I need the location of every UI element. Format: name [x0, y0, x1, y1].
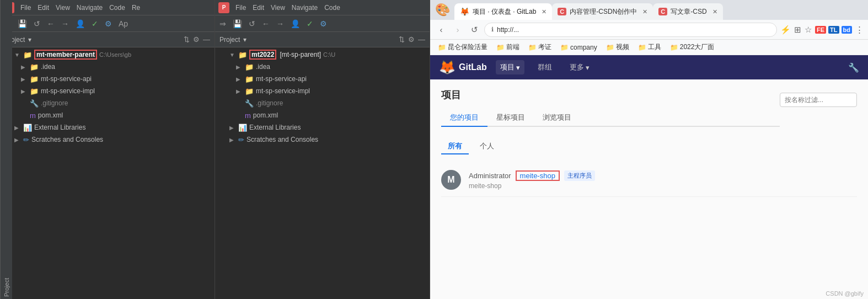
- ide1-menu-view[interactable]: View: [53, 3, 73, 13]
- ide2-tree-git[interactable]: 🔧 .gitignore: [227, 97, 430, 109]
- ide1-header-gear[interactable]: ⚙: [193, 35, 200, 44]
- ide2-toolbar-save[interactable]: 💾: [232, 18, 243, 29]
- ide2-tree-pom[interactable]: m pom.xml: [227, 109, 430, 121]
- ide2-toolbar-forward[interactable]: →: [275, 18, 285, 29]
- ide2-tree-impl[interactable]: ▶ 📁 mt-sp-service-impl: [227, 85, 430, 97]
- ide2-toolbar-sync[interactable]: ↺: [248, 18, 256, 29]
- ide2-project-dropdown[interactable]: ▾: [243, 36, 247, 44]
- tab1-close[interactable]: ✕: [542, 8, 546, 15]
- ide2-tree-api[interactable]: ▶ 📁 mt-sp-service-api: [227, 73, 430, 85]
- bookmark-exam-label: 考证: [538, 42, 551, 52]
- ide1-tree-idea[interactable]: ▶ 📁 .idea: [12, 61, 215, 73]
- ide2-toolbar-back[interactable]: ←: [261, 18, 271, 29]
- gitlab-wrench-icon[interactable]: 🔧: [848, 62, 859, 73]
- gitlab-fox-icon: 🦊: [439, 60, 456, 75]
- ide2-tree-root[interactable]: ▼ 📁 mt2022 [mt-sp-parent] C:\U: [227, 49, 430, 61]
- ide2-tree-idea[interactable]: ▶ 📁 .idea: [227, 61, 430, 73]
- nav-back-button[interactable]: ‹: [435, 23, 448, 36]
- ide2-toolbar-open[interactable]: ⇒: [218, 18, 227, 29]
- tab3-close[interactable]: ✕: [712, 8, 717, 15]
- gitlab-tab-explore[interactable]: 浏览项目: [534, 109, 580, 127]
- bookmark-exam[interactable]: 📁 考证: [525, 41, 555, 53]
- ide1-root-icon: 📁: [23, 51, 32, 59]
- gitlab-scope-all[interactable]: 所有: [441, 139, 469, 154]
- bookmarks-bar: 📁 昆仑保险活量 📁 前端 📁 考证 📁 company 📁 视频 📁 工具 📁…: [430, 40, 868, 55]
- bookmark-kunlun[interactable]: 📁 昆仑保险活量: [435, 41, 491, 53]
- ide1-menu-edit[interactable]: Edit: [35, 3, 52, 13]
- ide1-project-dropdown[interactable]: ▾: [28, 36, 31, 44]
- ide1-tree-pom[interactable]: m pom.xml: [12, 109, 215, 121]
- ide2-logo: P: [218, 2, 229, 13]
- ide2-header-sort[interactable]: ⇅: [399, 35, 405, 44]
- bookmark-frontend[interactable]: 📁 前端: [493, 41, 523, 53]
- fe-extension-icon[interactable]: FE: [815, 26, 826, 34]
- ide1-idea-name: .idea: [41, 63, 55, 71]
- ide2-menu-navigate[interactable]: Navigate: [289, 3, 320, 13]
- bookmark-tools[interactable]: 📁 工具: [635, 41, 665, 53]
- gitlab-filter-input[interactable]: [780, 93, 857, 107]
- ide2-tree-scratches[interactable]: ▶ ✏ Scratches and Consoles: [227, 134, 430, 146]
- star-icon[interactable]: ☆: [805, 25, 812, 35]
- bookmark-frontend-label: 前端: [506, 42, 519, 52]
- gitlab-tab-your-projects[interactable]: 您的项目: [441, 109, 487, 127]
- tab3-favicon: C: [658, 8, 667, 15]
- ide2-tree-ext-lib[interactable]: ▶ 📊 External Libraries: [227, 121, 430, 134]
- ide1-toolbar-config[interactable]: ⚙: [104, 18, 113, 29]
- ide1-toolbar-sync[interactable]: ↺: [33, 18, 41, 29]
- bookmark-kunlun-icon: 📁: [438, 44, 446, 51]
- tab2-title: 内容管理-CSDN创作中: [570, 7, 637, 17]
- ide2-menu-edit[interactable]: Edit: [250, 3, 267, 13]
- gitlab-nav-projects[interactable]: 项目 ▾: [496, 60, 524, 74]
- ide2-header-gear[interactable]: ⚙: [408, 35, 415, 44]
- more-icon[interactable]: ⋮: [855, 25, 864, 35]
- browser-tab-csdn1[interactable]: C 内容管理-CSDN创作中 ✕: [552, 3, 653, 20]
- ide1-toolbar: ⇒ 💾 ↺ ← → 👤 ✓ ⚙ Ap: [0, 15, 215, 32]
- ide1-toolbar-app[interactable]: Ap: [117, 18, 129, 29]
- ide1-header-minus[interactable]: —: [203, 35, 210, 44]
- gitlab-nav-more[interactable]: 更多 ▾: [565, 60, 594, 74]
- ide2-menu-file[interactable]: File: [233, 3, 249, 13]
- ide2-menu-code[interactable]: Code: [322, 3, 343, 13]
- ide1-menu-file[interactable]: File: [18, 3, 34, 13]
- bd-extension-icon[interactable]: bd: [842, 26, 852, 34]
- browser-tab-csdn2[interactable]: C 写文章-CSD ✕: [653, 3, 722, 20]
- ide1-menu-navigate[interactable]: Navigate: [74, 3, 105, 13]
- ide1-header-sort[interactable]: ⇅: [184, 35, 190, 44]
- tl-extension-icon[interactable]: TL: [828, 26, 839, 34]
- ide1-tree-scratches[interactable]: ▶ ✏ Scratches and Consoles: [12, 134, 215, 146]
- ide1-idea-icon: 📁: [30, 63, 39, 71]
- ide1-menu-code[interactable]: Code: [106, 3, 128, 13]
- ide1-toolbar-forward[interactable]: →: [60, 18, 70, 29]
- ide1-toolbar-back[interactable]: ←: [46, 18, 56, 29]
- ide2-toolbar-run[interactable]: ✓: [306, 18, 314, 29]
- gitlab-nav-groups[interactable]: 群组: [533, 60, 556, 74]
- ide2-file-tree: ▼ 📁 mt2022 [mt-sp-parent] C:\U ▶ 📁 .idea…: [215, 47, 430, 299]
- bookmark-video[interactable]: 📁 视频: [603, 41, 633, 53]
- ide1-menubar: P File Edit View Navigate Code Re: [0, 0, 215, 15]
- ide1-menu-re[interactable]: Re: [129, 3, 143, 13]
- ide1-tree-impl[interactable]: ▶ 📁 mt-sp-service-impl: [12, 85, 215, 97]
- tab2-close[interactable]: ✕: [642, 8, 647, 15]
- nav-forward-button[interactable]: ›: [451, 23, 464, 36]
- bookmark-company[interactable]: 📁 company: [557, 42, 601, 52]
- ide2-header-minus[interactable]: —: [418, 35, 425, 44]
- ide2-toolbar-config[interactable]: ⚙: [319, 18, 328, 29]
- address-bar[interactable]: ℹ http://...: [484, 23, 777, 37]
- ide1-toolbar-user[interactable]: 👤: [74, 18, 86, 29]
- nav-refresh-button[interactable]: ↺: [468, 23, 481, 36]
- ide1-toolbar-save[interactable]: 💾: [17, 18, 28, 29]
- ide2-menu-view[interactable]: View: [268, 3, 288, 13]
- bookmark-2022[interactable]: 📁 2022大厂面: [667, 41, 718, 53]
- ide1-toolbar-run[interactable]: ✓: [90, 18, 99, 29]
- ide1-api-name: mt-sp-service-api: [41, 75, 92, 83]
- ide1-tree-ext-lib[interactable]: ▶ 📊 External Libraries: [12, 121, 215, 134]
- ide2-toolbar-user[interactable]: 👤: [290, 18, 301, 29]
- ide1-tree-root[interactable]: ▼ 📁 mt-member-parent C:\Users\gb: [12, 49, 215, 61]
- gitlab-scope-personal[interactable]: 个人: [473, 139, 501, 154]
- ide1-tree-git[interactable]: 🔧 .gitignore: [12, 97, 215, 109]
- project-name-badge[interactable]: meite-shop: [516, 170, 560, 181]
- ide1-tree-api[interactable]: ▶ 📁 mt-sp-service-api: [12, 73, 215, 85]
- browser-tab-gitlab[interactable]: 🦊 项目 · 仪表盘 · GitLab ✕: [454, 3, 552, 20]
- gitlab-tab-starred[interactable]: 星标项目: [487, 109, 534, 127]
- gitlab-projects-label: 项目: [500, 62, 515, 72]
